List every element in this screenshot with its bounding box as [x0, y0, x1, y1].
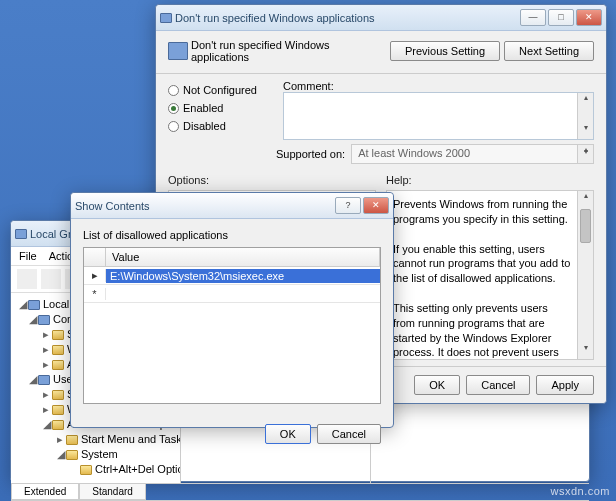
maximize-button[interactable]: □: [548, 9, 574, 26]
radio-disabled-label: Disabled: [183, 120, 226, 132]
ok-button[interactable]: OK: [265, 424, 311, 444]
folder-icon: [52, 345, 64, 355]
tree-ctrl[interactable]: Ctrl+Alt+Del Options: [95, 463, 181, 475]
table-row-new[interactable]: *: [84, 285, 380, 303]
column-header-value[interactable]: Value: [106, 248, 380, 266]
menu-file[interactable]: File: [19, 250, 37, 262]
radio-not-configured[interactable]: [168, 85, 179, 96]
policy-header-icon: [168, 42, 188, 60]
policy-root-icon: [28, 300, 40, 310]
supported-label: Supported on:: [276, 148, 345, 160]
supported-value: At least Windows 2000: [358, 147, 470, 159]
cancel-button[interactable]: Cancel: [466, 375, 530, 395]
minimize-button[interactable]: —: [520, 9, 546, 26]
tab-extended[interactable]: Extended: [11, 484, 79, 500]
folder-icon: [52, 405, 64, 415]
radio-disabled[interactable]: [168, 121, 179, 132]
folder-icon: [80, 465, 92, 475]
state-radios: Not Configured Enabled Disabled: [168, 80, 273, 140]
folder-icon: [52, 420, 64, 430]
app-icon: [15, 229, 27, 239]
help-label: Help:: [386, 174, 594, 186]
policy-title: Don't run specified Windows applications: [175, 12, 520, 24]
show-contents-dialog: Show Contents ? ✕ List of disallowed app…: [70, 192, 394, 428]
row-marker-icon: ▸: [84, 269, 106, 282]
close-button[interactable]: ✕: [363, 197, 389, 214]
radio-enabled[interactable]: [168, 103, 179, 114]
comment-textarea[interactable]: ▴▾: [283, 92, 594, 140]
show-footer: OK Cancel: [71, 414, 393, 454]
previous-setting-button[interactable]: Previous Setting: [390, 41, 500, 61]
help-scrollbar[interactable]: ▴▾: [577, 191, 593, 359]
next-setting-button[interactable]: Next Setting: [504, 41, 594, 61]
table-row[interactable]: ▸ E:\Windows\System32\msiexec.exe: [84, 267, 380, 285]
value-cell-empty[interactable]: [106, 293, 380, 295]
new-row-marker-icon: *: [84, 288, 106, 300]
folder-icon: [52, 390, 64, 400]
user-config-icon: [38, 375, 50, 385]
show-titlebar[interactable]: Show Contents ? ✕: [71, 193, 393, 219]
dialog-icon: [160, 13, 172, 23]
computer-config-icon: [38, 315, 50, 325]
policy-header-title: Don't run specified Windows applications: [191, 39, 390, 63]
close-button[interactable]: ✕: [576, 9, 602, 26]
comment-label: Comment:: [283, 80, 334, 92]
watermark-text: wsxdn.com: [550, 485, 610, 497]
apply-button[interactable]: Apply: [536, 375, 594, 395]
policy-titlebar[interactable]: Don't run specified Windows applications…: [156, 5, 606, 31]
row-header-column[interactable]: [84, 248, 106, 266]
toolbar-fwd-icon[interactable]: [41, 269, 61, 289]
value-grid[interactable]: Value ▸ E:\Windows\System32\msiexec.exe …: [83, 247, 381, 404]
ok-button[interactable]: OK: [414, 375, 460, 395]
view-tabs: Extended Standard: [11, 483, 589, 500]
toolbar-back-icon[interactable]: [17, 269, 37, 289]
supported-value-box: At least Windows 2000 ▴▾: [351, 144, 594, 164]
value-cell[interactable]: E:\Windows\System32\msiexec.exe: [106, 269, 380, 283]
cancel-button[interactable]: Cancel: [317, 424, 381, 444]
options-label: Options:: [168, 174, 376, 186]
help-text: Prevents Windows from running the progra…: [393, 197, 587, 360]
folder-icon: [52, 360, 64, 370]
help-textbox[interactable]: Prevents Windows from running the progra…: [386, 190, 594, 360]
show-heading: List of disallowed applications: [83, 229, 381, 241]
show-title: Show Contents: [75, 200, 335, 212]
help-button[interactable]: ?: [335, 197, 361, 214]
radio-not-configured-label: Not Configured: [183, 84, 257, 96]
tab-standard[interactable]: Standard: [79, 484, 146, 500]
folder-icon: [52, 330, 64, 340]
radio-enabled-label: Enabled: [183, 102, 223, 114]
